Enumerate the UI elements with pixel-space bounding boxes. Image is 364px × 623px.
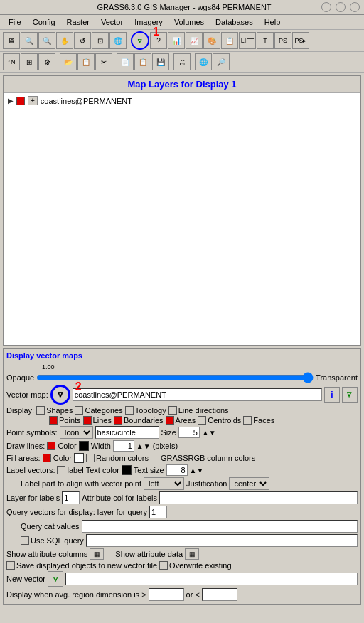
categories-checkbox[interactable] (75, 406, 83, 415)
zoom-extent-button[interactable]: 🌐 (109, 32, 127, 49)
attr-col-input[interactable] (159, 491, 358, 504)
new-vector-input[interactable] (65, 573, 358, 585)
lines-checkbox[interactable] (83, 416, 92, 425)
overwrite-checkbox[interactable] (159, 561, 168, 570)
show-attr-data-btn[interactable]: ▦ (185, 548, 199, 560)
width-input[interactable] (113, 440, 134, 452)
menu-imagery[interactable]: Imagery (129, 16, 168, 28)
show-attr-data-label: Show attribute data (115, 550, 183, 558)
grassrgb-checkbox[interactable] (151, 454, 159, 462)
fill-color-box[interactable] (74, 453, 84, 463)
display-or-input[interactable] (202, 588, 237, 601)
sql-input[interactable] (86, 534, 358, 547)
size-spinner[interactable]: ▲▼ (202, 429, 216, 437)
histogram-button[interactable]: 📊 (168, 32, 185, 49)
text-size-input[interactable] (166, 464, 188, 476)
monitor-button[interactable]: 🖥 (3, 32, 20, 49)
lift-button[interactable]: LIFT (239, 32, 256, 49)
pan-button[interactable]: ✋ (56, 32, 73, 49)
justification-select[interactable]: centerleftright (229, 477, 269, 490)
text-size-spinner[interactable]: ▲▼ (190, 467, 204, 474)
query-button[interactable]: ? (150, 32, 167, 49)
fill-areas-checkbox[interactable] (43, 454, 51, 462)
legend-button[interactable]: 📋 (221, 32, 238, 49)
color-button[interactable]: 🎨 (203, 32, 220, 49)
points-cb-label: Points (49, 416, 81, 425)
text-color-box[interactable] (122, 465, 132, 475)
text-button[interactable]: T (257, 32, 274, 49)
boundaries-checkbox[interactable] (114, 416, 122, 425)
width-spinner[interactable]: ▲▼ (136, 442, 151, 450)
vector-icon-btn[interactable]: ⛛ (50, 385, 70, 405)
menu-help[interactable]: Help (259, 16, 287, 28)
draw-lines-checkbox[interactable] (47, 442, 55, 450)
opacity-slider[interactable] (36, 372, 314, 383)
vector-display-toolbar-button[interactable]: ⛛ (131, 31, 149, 50)
north-arrow-button[interactable]: ↑N (3, 53, 20, 70)
menu-raster[interactable]: Raster (61, 16, 95, 28)
zoom-out-button[interactable]: 🔍 (38, 32, 55, 49)
query-cat-input[interactable] (82, 520, 358, 533)
vector-map-input[interactable]: coastlines@PERMANENT (73, 388, 322, 401)
profile-button[interactable]: 📈 (186, 32, 203, 49)
random-colors-checkbox[interactable] (86, 454, 95, 462)
attr-col-label: Attribute col for labels (82, 494, 157, 502)
grid-button[interactable]: ⊞ (21, 53, 38, 70)
vector-extra-btn[interactable]: ⛛ (342, 387, 358, 403)
centroids-checkbox[interactable] (198, 416, 206, 425)
points-checkbox[interactable] (49, 416, 58, 425)
layer-plus-btn[interactable]: + (28, 96, 38, 105)
minimize-button[interactable] (321, 2, 331, 12)
shapes-checkbox[interactable] (36, 406, 45, 415)
cut-button[interactable]: ✂ (95, 53, 112, 70)
paste-button[interactable]: 📋 (134, 53, 151, 70)
align-select[interactable]: leftcenterright (144, 477, 184, 490)
menu-databases[interactable]: Databases (210, 16, 259, 28)
boundaries-cb-label: Boundaries (114, 416, 164, 425)
wms-button[interactable]: 🌐 (195, 53, 212, 70)
copy-button[interactable]: 📋 (77, 53, 95, 70)
expand-icon[interactable]: ▶ (8, 97, 14, 105)
layer-checkbox[interactable] (16, 97, 25, 105)
layer-labels-input[interactable] (62, 491, 80, 504)
width-label: Width (91, 442, 111, 450)
menu-vector[interactable]: Vector (95, 16, 129, 28)
maximize-button[interactable] (336, 2, 346, 12)
query-layer-input[interactable] (149, 506, 167, 518)
save-button[interactable]: 💾 (152, 53, 169, 70)
menu-file[interactable]: File (3, 16, 27, 28)
show-attr-cols-label: Show attribute columns (6, 550, 87, 558)
settings-button[interactable]: ⚙ (38, 53, 55, 70)
slider-value: 1.00 (42, 363, 55, 371)
zoom-in-button[interactable]: 🔍 (21, 32, 38, 49)
new-vector-icon-btn[interactable]: ⛛ (48, 571, 63, 587)
query2-button[interactable]: 🔎 (213, 53, 230, 70)
vector-info-btn[interactable]: i (324, 387, 340, 403)
ps2-button[interactable]: PS▸ (292, 32, 309, 49)
areas-checkbox[interactable] (166, 416, 174, 425)
size-input[interactable] (178, 427, 200, 438)
show-attr-cols-btn[interactable]: ▦ (90, 548, 104, 560)
display-avg-input[interactable] (149, 588, 184, 601)
ps-button[interactable]: PS (274, 32, 291, 49)
open-button[interactable]: 📂 (60, 53, 77, 70)
form-area: 1.00 Opaque Transparent Vector map: ⛛ 2 … (4, 361, 360, 604)
print-button[interactable]: 🖨 (173, 53, 191, 70)
menu-volumes[interactable]: Volumes (168, 16, 210, 28)
save-checkbox[interactable] (6, 561, 15, 570)
topology-checkbox[interactable] (125, 406, 134, 415)
close-button[interactable] (350, 2, 360, 12)
zoom-region-button[interactable]: ⊡ (92, 32, 109, 49)
faces-cb-label: Faces (243, 416, 274, 425)
new-button[interactable]: 📄 (117, 53, 134, 70)
sql-checkbox[interactable] (21, 536, 29, 545)
faces-checkbox[interactable] (243, 416, 252, 425)
point-type-select[interactable]: Icon (60, 426, 93, 439)
window-buttons[interactable] (321, 2, 360, 12)
draw-lines-color-box[interactable] (79, 441, 89, 451)
menu-config[interactable]: Config (27, 16, 61, 28)
redraw-button[interactable]: ↺ (74, 32, 91, 49)
label-checkbox[interactable] (57, 466, 65, 474)
point-symbol-value[interactable] (95, 426, 159, 439)
linedir-checkbox[interactable] (168, 406, 177, 415)
